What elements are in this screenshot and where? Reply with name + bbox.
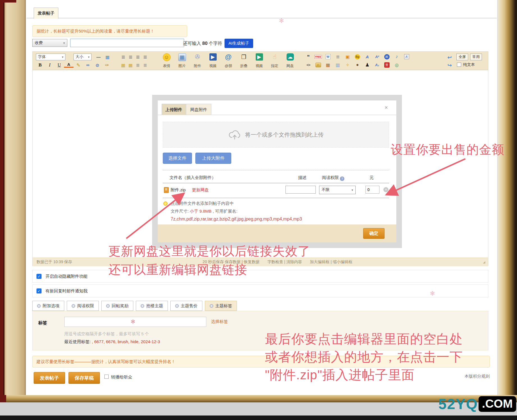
font-color-icon[interactable]: A <box>64 62 74 68</box>
key-icon[interactable]: ✧ <box>343 62 353 68</box>
update-netdisk-link[interactable]: 更新网盘 <box>192 187 209 193</box>
redo-icon[interactable]: ↪ <box>447 62 452 68</box>
auto-hide-checkbox[interactable]: ✓ <box>36 274 42 279</box>
lock-icon[interactable]: ∩ <box>313 62 323 68</box>
file-dropzone[interactable]: 将一个或多个文件拖拽到此上传 <box>163 122 389 148</box>
qq-icon[interactable]: ♟ <box>362 62 372 68</box>
undo-icon[interactable]: ↩ <box>447 54 452 61</box>
recent-tag-link[interactable]: brush <box>115 339 128 344</box>
tab-new-post[interactable]: 发表帖子 <box>34 8 58 19</box>
highlight-pen-icon[interactable]: ✎ <box>74 62 83 68</box>
reward-icon[interactable]: 赏 <box>382 62 392 68</box>
format-icon-group: BIUA✎∞⊘✑ <box>35 62 112 68</box>
fold-button[interactable]: ❐ 折叠 <box>236 53 251 69</box>
music-icon[interactable]: ♪ <box>392 54 402 60</box>
option-tab[interactable]: 主题售价 <box>170 301 202 311</box>
header-filename: 文件名（插入全部附件） <box>170 175 216 180</box>
insert-link-icon[interactable]: ∞ <box>83 62 93 68</box>
upload-large-button[interactable]: 上传大附件 <box>195 153 231 164</box>
emoticon-button[interactable]: ☺ 表情 <box>159 53 174 69</box>
select-tags-link[interactable]: 选择标签 <box>211 319 228 324</box>
bg-color-icon[interactable]: Bg <box>353 54 362 60</box>
choose-file-button[interactable]: 选择文件 <box>163 153 192 164</box>
option-tab[interactable]: 抢楼主题 <box>136 301 168 311</box>
align-justify-icon[interactable]: ≣ <box>120 54 127 60</box>
italic-icon[interactable]: I <box>45 62 54 68</box>
bold-icon[interactable]: B <box>35 62 45 68</box>
page-root: ✻ ✻ ✻ 发表帖子 据统计，长标题可提升50%以上的阅读量，请尽量使用长标题！… <box>0 0 517 420</box>
remove-file-icon[interactable]: × <box>383 187 388 192</box>
broadcast-checkbox[interactable] <box>104 375 109 379</box>
close-icon[interactable]: × <box>383 104 390 111</box>
option-tab[interactable]: 主题标签 <box>205 301 237 311</box>
price-input[interactable] <box>365 186 379 194</box>
flash-text-icon[interactable]: A <box>402 54 411 60</box>
resize-handle[interactable]: ◢ <box>483 260 485 264</box>
attachment-button[interactable]: ✇ 附件 <box>190 53 205 69</box>
align-left-icon[interactable]: ≣ <box>127 54 134 60</box>
table-insert-icon[interactable]: ▥ <box>333 62 343 68</box>
indent-icon[interactable]: ≣ <box>333 54 343 60</box>
remove-link-icon[interactable]: ⊘ <box>93 62 102 68</box>
tab-upload-attachment[interactable]: 上传附件 <box>162 104 186 115</box>
plain-text-checkbox[interactable] <box>457 63 461 67</box>
underline-icon[interactable]: U <box>54 62 64 68</box>
mention-button[interactable]: @ @朋 <box>221 53 236 69</box>
attachment-description-input[interactable] <box>285 186 316 194</box>
align-center-icon[interactable]: ≣ <box>134 54 141 60</box>
option-tab[interactable]: 回帖奖励 <box>101 301 133 311</box>
bullet-list-icon[interactable]: ≣ <box>141 62 149 68</box>
email-notify-checkbox[interactable]: ✓ <box>36 288 42 293</box>
assign-button[interactable]: ☝ 指定 <box>267 53 282 69</box>
fullscreen-button[interactable]: 全屏 <box>456 54 468 60</box>
video-button[interactable]: ▶ 视频 <box>205 53 221 69</box>
superscript-icon[interactable]: A² <box>372 54 382 60</box>
word-paste-icon[interactable]: W <box>323 54 333 60</box>
ordered-list-icon[interactable]: ≣ <box>134 62 141 68</box>
recorder-icon[interactable]: ◎ <box>392 62 402 68</box>
recent-tag-link[interactable]: 6677 <box>92 339 104 344</box>
tip-size-prefix: 文件尺寸: <box>171 209 189 214</box>
confirm-button[interactable]: 确定 <box>363 228 385 239</box>
horizontal-rule-icon[interactable]: — <box>95 54 102 60</box>
ai-generate-button[interactable]: AI生成帖子 <box>225 39 253 48</box>
globe-icon[interactable]: ● <box>353 62 362 68</box>
recent-tag-link[interactable]: hide <box>128 339 139 344</box>
float-left-icon[interactable]: ▦ <box>120 62 127 68</box>
recent-tag-link[interactable]: 6676 <box>104 339 115 344</box>
tag-badge-icon[interactable]: 标 <box>382 54 392 60</box>
category-select[interactable]: 收费 ▾ <box>32 39 67 47</box>
permission-select[interactable]: 不限 ▾ <box>319 186 356 194</box>
forum-credit-rules-link[interactable]: 本版积分规则 <box>456 374 490 379</box>
save-draft-button[interactable]: 保存草稿 <box>68 372 100 384</box>
code-icon[interactable]: <> <box>303 62 313 68</box>
frame-corner <box>0 0 16 3</box>
option-tab[interactable]: 阅读权限 <box>67 301 99 311</box>
statusbar-link[interactable]: 加大编辑框 | 缩小编辑框 <box>310 260 352 265</box>
float-right-icon[interactable]: ▦ <box>127 62 134 68</box>
font-family-select[interactable]: 字体 ▾ <box>36 54 65 60</box>
font-italic-icon[interactable]: A <box>362 54 372 60</box>
help-bubble-icon[interactable]: ? <box>340 176 344 181</box>
common-button[interactable]: 常用 <box>470 54 482 60</box>
tag-input[interactable] <box>64 317 206 327</box>
clean-format-icon[interactable]: ✑ <box>102 62 112 68</box>
image-export-icon[interactable]: ▦ <box>323 62 333 68</box>
free-icon[interactable]: FREE <box>313 54 323 60</box>
align-right-icon[interactable]: ≣ <box>141 54 149 60</box>
option-tab[interactable]: 附加选项 <box>32 301 64 311</box>
subscript-icon[interactable]: A₂ <box>372 62 382 68</box>
tab-netdisk-attachment[interactable]: 网盘附件 <box>186 104 211 115</box>
media-box-icon[interactable]: ▣ <box>343 54 353 60</box>
font-size-select[interactable]: 大小 ▾ <box>74 54 91 60</box>
statusbar-link[interactable]: 字数检查 | 清除内容 <box>267 260 302 265</box>
title-input[interactable] <box>70 39 184 47</box>
recent-tag-link[interactable]: 2024-12-3 <box>138 339 160 344</box>
quote-icon[interactable]: ❝ <box>303 54 313 60</box>
video2-button[interactable]: ▶ 视频 <box>251 53 267 69</box>
image-button[interactable]: ▦ 图片 <box>174 53 190 69</box>
post-thread-button[interactable]: 发表帖子 <box>34 372 65 384</box>
attachment-filename[interactable]: 附件.zip <box>171 187 186 193</box>
netdisk-button[interactable]: ☁ 网盘 <box>282 53 298 69</box>
table-icon[interactable]: ▦ <box>104 54 111 60</box>
